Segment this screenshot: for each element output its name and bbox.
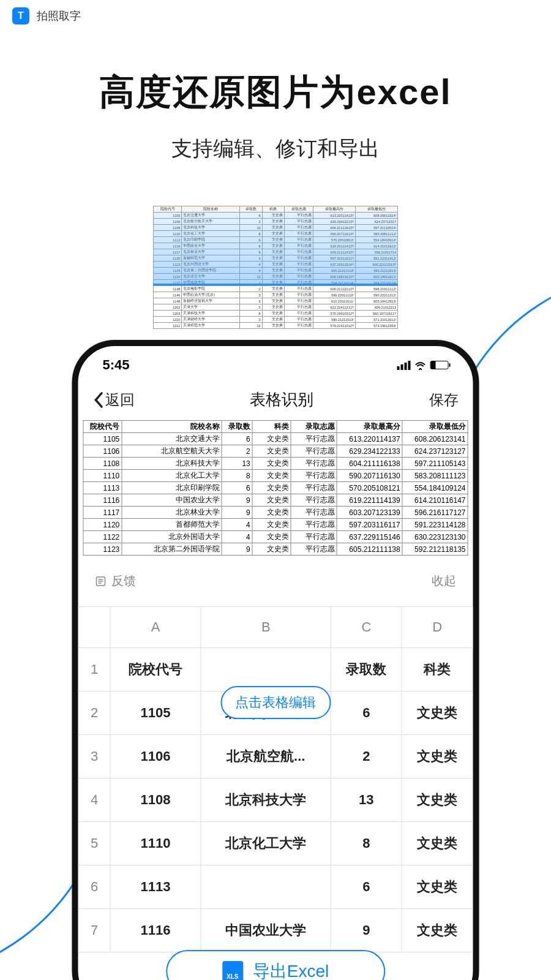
wifi-icon (414, 360, 427, 370)
nav-title: 表格识别 (250, 389, 313, 410)
mid-bar: 反馈 收起 (78, 556, 473, 606)
battery-icon (430, 361, 449, 369)
status-time: 5:45 (103, 357, 130, 373)
spreadsheet[interactable]: ABCD1院校代号录取数科类21105北京交通大学6文史类31106北京航空航.… (78, 606, 473, 952)
feedback-label: 反馈 (111, 573, 136, 589)
scan-table: 院校代号院校名称录取数科类录取志愿录取最高分录取最低分1105北京交通大学6文史… (153, 206, 398, 329)
app-name: 拍照取字 (37, 9, 81, 23)
hero-subtitle: 支持编辑、修订和导出 (0, 135, 551, 163)
xls-icon: XLS (222, 961, 243, 980)
preview-table: 院校代号院校名称录取数科类录取志愿录取最高分录取最低分1105北京交通大学6文史… (83, 420, 468, 556)
feedback-icon (96, 576, 107, 587)
app-header: T 拍照取字 (0, 0, 551, 32)
signal-icon (397, 361, 411, 370)
export-label: 导出Excel (253, 960, 329, 980)
hero-title: 高度还原图片为excel (0, 69, 551, 116)
edit-tip-bubble[interactable]: 点击表格编辑 (220, 686, 331, 719)
feedback-button[interactable]: 反馈 (96, 573, 136, 589)
hero: 高度还原图片为excel 支持编辑、修订和导出 (0, 69, 551, 163)
ocr-preview: 院校代号院校名称录取数科类录取志愿录取最高分录取最低分1105北京交通大学6文史… (78, 420, 473, 556)
back-label: 返回 (105, 390, 135, 410)
phone-frame: 5:45 返回 表格识别 保存 院校代号院校名称录取数科类录取志愿录取最高分录取… (72, 340, 479, 980)
save-button[interactable]: 保存 (429, 390, 459, 410)
export-excel-button[interactable]: XLS 导出Excel (166, 950, 385, 980)
app-icon: T (12, 7, 29, 24)
chevron-left-icon (93, 391, 104, 409)
back-button[interactable]: 返回 (93, 390, 135, 410)
collapse-button[interactable]: 收起 (432, 573, 456, 589)
scan-preview: 院校代号院校名称录取数科类录取志愿录取最高分录取最低分1105北京交通大学6文史… (153, 206, 398, 329)
status-bar: 5:45 (78, 346, 473, 377)
nav-bar: 返回 表格识别 保存 (78, 377, 473, 420)
